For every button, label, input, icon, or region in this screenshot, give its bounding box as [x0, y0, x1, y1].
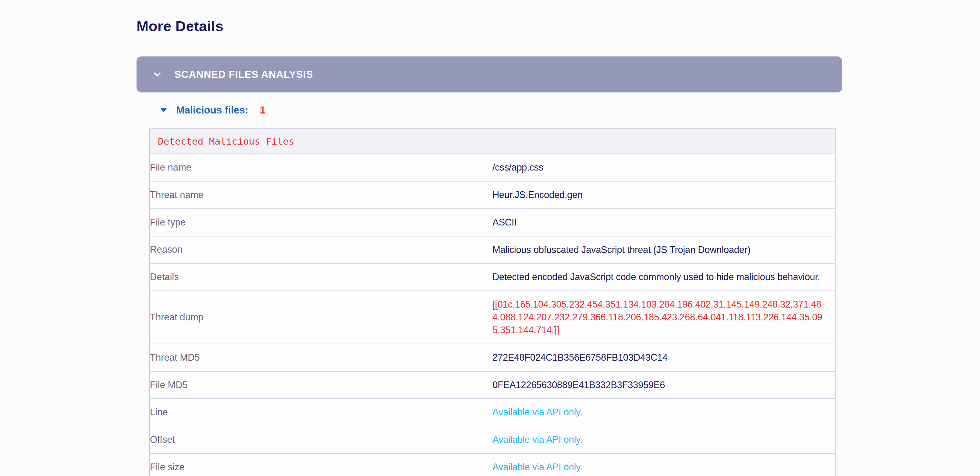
table-row: File size Available via API only. — [150, 454, 835, 476]
table-row: Threat dump [[01c.165.104.305.232.454.35… — [150, 291, 835, 344]
row-label: File MD5 — [150, 371, 492, 399]
panel-body: Malicious files: 1 Detected Malicious Fi… — [137, 104, 843, 476]
table-row: File name /css/app.css — [150, 154, 835, 181]
malicious-file-table: Detected Malicious Files File name /css/… — [149, 128, 835, 476]
row-value: [[01c.165.104.305.232.454.351.134.103.28… — [492, 291, 835, 344]
row-value: 0FEA12265630889E41B332B3F33959E6 — [492, 371, 835, 399]
scanned-files-panel: SCANNED FILES ANALYSIS Malicious files: … — [137, 56, 843, 476]
row-label: Details — [150, 264, 492, 291]
row-label: File size — [150, 454, 492, 476]
row-value: 272E48F024C1B356E6758FB103D43C14 — [492, 344, 835, 371]
chevron-down-icon — [152, 69, 163, 80]
row-value: Malicious obfuscated JavaScript threat (… — [492, 236, 835, 264]
row-label: Reason — [150, 236, 492, 264]
scanned-files-analysis-header[interactable]: SCANNED FILES ANALYSIS — [137, 56, 842, 93]
row-label: Threat name — [150, 181, 492, 209]
table-row: File MD5 0FEA12265630889E41B332B3F33959E… — [150, 371, 835, 399]
row-label: File type — [150, 209, 492, 236]
table-row: Threat MD5 272E48F024C1B356E6758FB103D43… — [150, 344, 835, 371]
row-value: Available via API only. — [492, 426, 835, 454]
row-value: Available via API only. — [492, 398, 835, 426]
row-value: Available via API only. — [492, 454, 835, 476]
panel-header-label: SCANNED FILES ANALYSIS — [174, 69, 313, 80]
row-value: /css/app.css — [492, 154, 835, 181]
table-row: Reason Malicious obfuscated JavaScript t… — [150, 236, 835, 264]
row-label: Offset — [150, 426, 492, 454]
page-title: More Details — [137, 19, 843, 33]
row-label: Threat MD5 — [150, 344, 492, 371]
row-label: Line — [150, 398, 492, 426]
row-label: File name — [150, 154, 492, 181]
table-row: Line Available via API only. — [150, 398, 835, 426]
table-row: Threat name Heur.JS.Encoded.gen — [150, 181, 835, 209]
row-value: Detected encoded JavaScript code commonl… — [492, 264, 835, 291]
table-row: File type ASCII — [150, 209, 835, 236]
table-row: Details Detected encoded JavaScript code… — [150, 264, 835, 291]
caret-down-icon — [159, 105, 168, 115]
malicious-files-label: Malicious files: — [176, 104, 248, 116]
row-value: Heur.JS.Encoded.gen — [492, 181, 835, 209]
row-label: Threat dump — [150, 291, 492, 344]
row-value: ASCII — [492, 209, 835, 236]
details-page: More Details SCANNED FILES ANALYSIS Mali… — [0, 0, 843, 476]
table-title: Detected Malicious Files — [150, 129, 835, 154]
malicious-files-count: 1 — [260, 104, 266, 116]
table-row: Offset Available via API only. — [150, 426, 835, 454]
malicious-files-toggle[interactable]: Malicious files: 1 — [159, 104, 843, 117]
table-title-row: Detected Malicious Files — [150, 129, 835, 154]
